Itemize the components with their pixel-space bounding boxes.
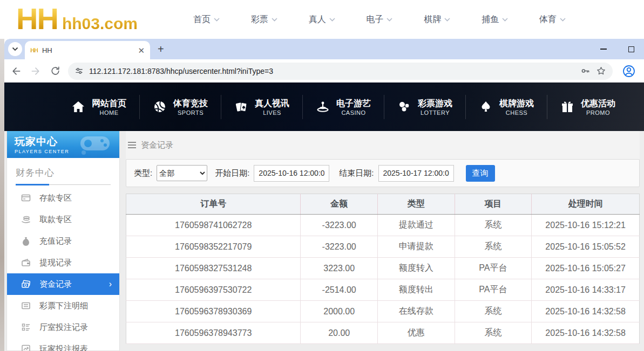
search-button[interactable]: 查询: [466, 165, 495, 182]
reload-icon: [50, 66, 60, 76]
password-key-icon[interactable]: [580, 66, 591, 76]
forward-arrow-icon: [30, 66, 41, 77]
menu-lines-icon: [128, 142, 136, 148]
site-nav-home[interactable]: 首页: [193, 14, 220, 25]
game-nav-live[interactable]: 真人视讯LIVES: [221, 95, 303, 119]
back-arrow-icon: [11, 66, 22, 77]
tab-title: HH: [42, 46, 134, 54]
filter-panel: 类型: 全部 开始日期: 结束日期: 查询: [126, 159, 640, 187]
game-nav-label-zh: 彩票游戏: [418, 98, 452, 109]
game-nav: 网站首页HOME 体育竞技SPORTS 真人视讯LIVES 电子游艺CASINO…: [4, 82, 644, 131]
sidebar-item-hall-bet-records[interactable]: 厅室投注记录: [7, 316, 119, 338]
sidebar-item-player-bet-report[interactable]: 玩家投注报表: [7, 338, 119, 351]
site-nav-chess[interactable]: 棋牌: [424, 14, 450, 25]
site-nav-sports[interactable]: 体育: [539, 14, 566, 25]
sidebar-item-label: 玩家投注报表: [39, 344, 88, 351]
cell-time: 2025-10-16 15:05:27: [532, 258, 640, 279]
game-nav-promo[interactable]: 优惠活动PROMO: [547, 95, 628, 119]
new-tab-button[interactable]: +: [158, 43, 164, 56]
game-nav-label-en: CASINO: [341, 109, 365, 116]
cell-amount: 2000.00: [301, 301, 378, 322]
table-row: 1760598327531248 3223.00 额度转入 PA平台 2025-…: [126, 258, 640, 279]
game-nav-label-zh: 体育竞技: [173, 98, 208, 109]
logo-domain-text: hh03.com: [62, 15, 138, 33]
chevron-down-icon: [329, 18, 335, 22]
type-label: 类型:: [134, 168, 152, 178]
nav-label: 体育: [539, 14, 557, 25]
sidebar-item-withdrawal-records[interactable]: 提现记录: [7, 252, 119, 273]
chevron-down-icon: [12, 47, 18, 51]
sidebar-item-label: 厅室投注记录: [39, 322, 88, 333]
site-nav-slots[interactable]: 电子: [366, 14, 392, 25]
breadcrumb: 资金记录: [126, 131, 640, 159]
game-nav-casino[interactable]: 电子游艺CASINO: [303, 95, 384, 119]
tab-close-icon[interactable]: ✕: [138, 46, 145, 54]
roulette-icon: [316, 100, 330, 114]
nav-label: 彩票: [251, 14, 268, 25]
cell-amount: 20.00: [301, 322, 378, 344]
game-nav-label-en: LOTTERY: [421, 109, 450, 116]
chevron-down-icon: [444, 18, 450, 22]
site-settings-icon[interactable]: [74, 66, 84, 75]
table-row: 1760598352217079 -3223.00 申请提款 系统 2025-1…: [126, 236, 640, 258]
browser-tab[interactable]: HH HH ✕: [25, 41, 150, 59]
window-maximize-button[interactable]: [628, 46, 634, 52]
start-date-input[interactable]: [254, 165, 329, 182]
bookmark-star-icon[interactable]: [596, 66, 606, 76]
game-nav-label-en: PROMO: [586, 109, 610, 116]
cell-time: 2025-10-16 14:32:58: [532, 301, 640, 322]
web-page: 网站首页HOME 体育竞技SPORTS 真人视讯LIVES 电子游艺CASINO…: [4, 82, 644, 351]
sidebar-item-funds-records[interactable]: 资金记录 ›: [7, 273, 119, 295]
cell-type: 申请提款: [377, 236, 455, 258]
funds-table: 订单号 金额 类型 项目 处理时间 1760598741062728 -3223…: [126, 194, 640, 344]
cell-order-no: 1760596378943773: [126, 322, 301, 344]
window-minimize-button[interactable]: [600, 49, 607, 50]
sidebar-item-withdraw-zone[interactable]: 取款专区: [7, 209, 119, 230]
cell-time: 2025-10-16 14:33:17: [532, 279, 640, 301]
game-nav-home[interactable]: 网站首页HOME: [58, 95, 140, 119]
chevron-right-icon: ›: [109, 279, 112, 289]
desktop-background-strip: [0, 39, 4, 351]
reload-button[interactable]: [49, 65, 62, 78]
site-nav-fishing[interactable]: 捕鱼: [482, 14, 508, 25]
back-button[interactable]: [10, 65, 23, 78]
cell-project: 系统: [455, 236, 532, 258]
cell-order-no: 1760596378930369: [126, 301, 301, 322]
nav-label: 首页: [193, 14, 211, 25]
chevron-down-icon: [502, 18, 508, 22]
sidebar-item-recharge-records[interactable]: 充值记录: [7, 230, 119, 252]
game-nav-label-en: LIVES: [263, 109, 281, 116]
address-bar[interactable]: 112.121.172.181:8783/hhcp/usercenter.htm…: [68, 63, 613, 80]
profile-button[interactable]: [622, 65, 635, 78]
game-nav-lottery[interactable]: 彩票游戏LOTTERY: [384, 95, 466, 119]
site-nav-lottery[interactable]: 彩票: [251, 14, 277, 25]
recharge-bag-icon: [21, 236, 31, 246]
game-nav-chess[interactable]: 棋牌游戏CHESS: [466, 95, 547, 119]
end-date-input[interactable]: [378, 165, 454, 182]
game-nav-sports[interactable]: 体育竞技SPORTS: [140, 95, 221, 119]
sidebar-item-lottery-bet-details[interactable]: 彩票下注明细: [7, 295, 119, 316]
cell-amount: -2514.00: [301, 279, 378, 301]
cell-order-no: 1760598352217079: [126, 236, 301, 258]
cell-type: 优惠: [377, 322, 455, 344]
cell-project: 系统: [455, 301, 532, 322]
site-logo[interactable]: HH hh03.com: [16, 1, 138, 36]
sidebar-item-deposit-zone[interactable]: 存款专区: [7, 187, 119, 209]
url-text[interactable]: 112.121.172.181:8783/hhcp/usercenter.htm…: [89, 67, 575, 75]
browser-window: HH HH ✕ + 112.121.172.181:8783/hhcp/user…: [4, 39, 644, 351]
forward-button[interactable]: [29, 65, 42, 78]
cell-project: 系统: [455, 322, 532, 344]
game-nav-label-en: HOME: [100, 109, 119, 116]
site-nav-live[interactable]: 真人: [309, 14, 335, 25]
cell-project: 系统: [455, 215, 532, 236]
cell-time: 2025-10-16 15:05:52: [532, 236, 640, 258]
deposit-card-icon: [21, 193, 31, 203]
game-nav-label-en: SPORTS: [178, 109, 204, 116]
sidebar-item-label: 存款专区: [39, 193, 72, 203]
main-panel: 资金记录 类型: 全部 开始日期: 结束日期: 查询: [126, 131, 640, 351]
cell-type: 在线存款: [377, 301, 455, 322]
tab-search-button[interactable]: [8, 42, 22, 56]
type-select[interactable]: 全部: [157, 165, 207, 181]
chevron-down-icon: [560, 18, 566, 22]
hall-bets-icon: [21, 322, 31, 332]
